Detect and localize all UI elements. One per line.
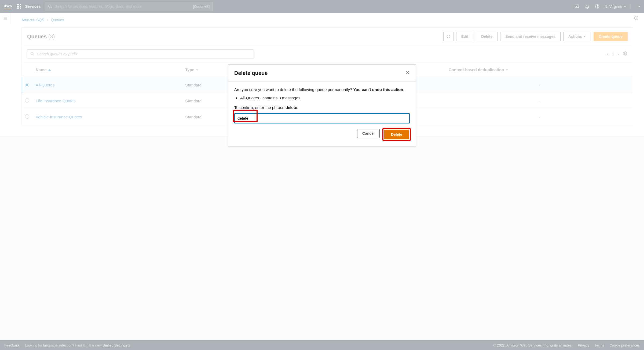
modal-confirm-phrase: delete bbox=[286, 105, 297, 110]
modal-delete-button[interactable]: Delete bbox=[384, 130, 409, 139]
close-icon bbox=[405, 70, 410, 75]
modal-title: Delete queue bbox=[234, 70, 268, 76]
modal-layer: Delete queue Are you sure you want to de… bbox=[0, 0, 644, 350]
delete-queue-modal: Delete queue Are you sure you want to de… bbox=[228, 64, 416, 146]
modal-queue-line: All-Quotes - contains 3 messages bbox=[240, 95, 410, 101]
modal-confirm-text: . bbox=[297, 105, 298, 110]
modal-text: . bbox=[403, 87, 404, 92]
modal-confirm-text: To confirm, enter the phrase bbox=[234, 105, 286, 110]
modal-footer: Cancel Delete bbox=[228, 129, 416, 146]
modal-text-strong: You can't undo this action bbox=[353, 87, 403, 92]
highlight-annotation: Delete bbox=[383, 129, 410, 140]
modal-cancel-button[interactable]: Cancel bbox=[357, 129, 380, 138]
modal-close-button[interactable] bbox=[405, 70, 410, 76]
modal-confirm-input[interactable] bbox=[234, 113, 410, 123]
modal-text: Are you sure you want to delete the foll… bbox=[234, 87, 353, 92]
modal-body: Are you sure you want to delete the foll… bbox=[228, 82, 416, 129]
